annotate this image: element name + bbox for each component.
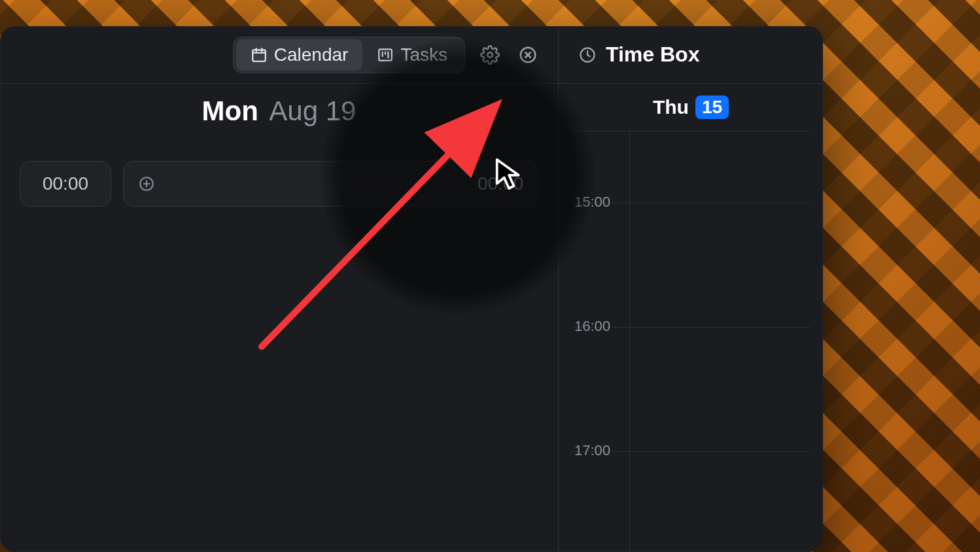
timebox-slot[interactable]: 17:00 [572,328,810,452]
timebox-grid[interactable]: 15:00 16:00 17:00 [572,131,810,552]
close-button[interactable] [515,42,541,68]
gear-icon [480,45,500,65]
view-tab-group: Calendar Tasks [233,37,465,73]
new-task-input[interactable]: 00:00 [123,161,538,207]
left-duration-chip[interactable]: 00:00 [20,161,111,207]
kanban-icon [377,46,394,63]
tab-calendar[interactable]: Calendar [236,39,363,71]
left-duration-value: 00:00 [43,173,88,194]
date-text: Aug 19 [269,95,356,126]
svg-point-2 [487,52,493,58]
date-heading: Mon Aug 19 [0,84,558,141]
timebox-pane: Time Box Thu 15 15:00 16:00 17:00 [559,26,823,552]
tab-calendar-label: Calendar [274,44,349,65]
timebox-vline [629,203,630,327]
tab-tasks-label: Tasks [400,44,447,65]
close-icon [518,45,538,65]
date-dow: Mon [202,95,258,126]
tab-tasks[interactable]: Tasks [362,39,462,71]
right-duration-value: 00:00 [478,173,523,194]
timebox-vline [629,452,630,552]
timebox-slot[interactable] [572,452,810,552]
left-pane: Calendar Tasks Mon [0,26,559,552]
timebox-title: Time Box [606,43,699,67]
header-bar: Calendar Tasks [0,26,558,84]
calendar-icon [251,46,268,63]
timebox-slot[interactable]: 15:00 [572,131,810,203]
timebox-slot[interactable]: 16:00 [572,203,810,328]
timebox-day-header[interactable]: Thu 15 [572,84,810,131]
settings-button[interactable] [477,42,503,68]
timebox-vline [629,131,630,203]
svg-rect-0 [253,50,266,61]
plus-circle-icon [138,175,155,192]
timebox-header: Time Box [559,26,823,84]
timebox-vline [629,328,630,451]
app-window: Calendar Tasks Mon [0,26,823,552]
task-entry-row: 00:00 00:00 [0,141,558,207]
clock-icon [578,46,597,64]
timebox-day-num: 15 [695,95,729,119]
timebox-day-dow: Thu [653,96,689,118]
